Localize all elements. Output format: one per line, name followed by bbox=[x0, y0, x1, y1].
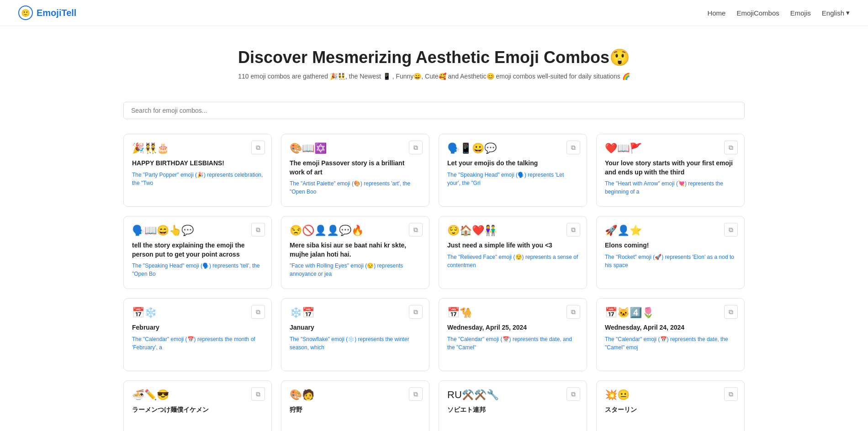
card: 📅❄️ ⧉ February The "Calendar" emoji (📅) … bbox=[123, 298, 272, 371]
chevron-down-icon: ▾ bbox=[846, 9, 850, 17]
card: ❤️📖🚩 ⧉ Your love story starts with your … bbox=[596, 134, 745, 207]
copy-button[interactable]: ⧉ bbox=[724, 305, 738, 319]
card: ❄️📅 ⧉ January The "Snowflake" emoji (❄️)… bbox=[281, 298, 429, 371]
page-title: Discover Mesmerizing Aesthetic Emoji Com… bbox=[9, 48, 859, 67]
card-description: "Face with Rolling Eyes" emoji (😒) repre… bbox=[290, 262, 421, 278]
nav-home[interactable]: Home bbox=[707, 9, 725, 17]
copy-button[interactable]: ⧉ bbox=[724, 387, 738, 401]
card-emojis: 🎉👯🎂 bbox=[132, 142, 263, 154]
card-emojis: RU⚒️⚒️🔧 bbox=[447, 389, 578, 401]
card-emojis: 🎨📖✡️ bbox=[290, 142, 421, 154]
card-title: Just need a simple life with you <3 bbox=[447, 241, 578, 250]
card-emojis: 🍜✏️😎 bbox=[132, 389, 263, 401]
card-title: HAPPY BIRTHDAY LESBIANS! bbox=[132, 159, 263, 168]
card-emojis: 🎨🧑 bbox=[290, 389, 421, 401]
navbar: 🙂 EmojiTell Home EmojiCombos Emojis Engl… bbox=[0, 0, 868, 26]
copy-icon: ⧉ bbox=[729, 144, 733, 152]
card: 🗣️📖😄👆💬 ⧉ tell the story explaining the e… bbox=[123, 216, 272, 289]
copy-button[interactable]: ⧉ bbox=[566, 141, 580, 154]
card: 🎨🧑 ⧉ 狩野 bbox=[281, 380, 429, 431]
logo-icon: 🙂 bbox=[18, 5, 33, 20]
card-title: Elons coming! bbox=[605, 241, 736, 250]
cards-grid: 🎉👯🎂 ⧉ HAPPY BIRTHDAY LESBIANS! The "Part… bbox=[114, 134, 754, 431]
copy-icon: ⧉ bbox=[571, 144, 576, 152]
copy-button[interactable]: ⧉ bbox=[251, 387, 265, 401]
card-title: February bbox=[132, 323, 263, 332]
card-description: The "Speaking Head" emoji (🗣️) represent… bbox=[447, 171, 578, 187]
card: 🎨📖✡️ ⧉ The emoji Passover story is a bri… bbox=[281, 134, 429, 207]
copy-icon: ⧉ bbox=[256, 226, 260, 234]
copy-icon: ⧉ bbox=[256, 390, 260, 398]
copy-icon: ⧉ bbox=[256, 144, 260, 152]
card-emojis: ❤️📖🚩 bbox=[605, 142, 736, 154]
card-title: Wednesday, April 24, 2024 bbox=[605, 323, 736, 332]
card-description: The "Artist Palette" emoji (🎨) represent… bbox=[290, 179, 421, 196]
card-description: The "Calendar" emoji (📅) represents the … bbox=[447, 335, 578, 352]
card-description: The "Speaking Head" emoji (🗣️) represent… bbox=[132, 262, 263, 278]
copy-icon: ⧉ bbox=[571, 226, 576, 234]
copy-icon: ⧉ bbox=[729, 390, 733, 398]
copy-button[interactable]: ⧉ bbox=[251, 305, 265, 319]
copy-icon: ⧉ bbox=[571, 308, 576, 316]
card-description: The "Heart with Arrow" emoji (💘) represe… bbox=[605, 179, 736, 196]
copy-button[interactable]: ⧉ bbox=[409, 387, 423, 401]
nav-emojis[interactable]: Emojis bbox=[790, 9, 811, 17]
card-title: ラーメンつけ麺僕イケメン bbox=[132, 405, 263, 415]
copy-button[interactable]: ⧉ bbox=[566, 305, 580, 319]
copy-icon: ⧉ bbox=[256, 308, 260, 316]
card-emojis: 📅🐱4️⃣🌷 bbox=[605, 307, 736, 319]
copy-button[interactable]: ⧉ bbox=[724, 141, 738, 154]
card-title: January bbox=[290, 323, 421, 332]
copy-icon: ⧉ bbox=[413, 144, 418, 152]
copy-icon: ⧉ bbox=[729, 308, 733, 316]
card-title: Let your emojis do the talking bbox=[447, 159, 578, 168]
card-description: The "Calendar" emoji (📅) represents the … bbox=[605, 335, 736, 352]
card-emojis: 😌🏠❤️👫 bbox=[447, 225, 578, 237]
card-title: スターリン bbox=[605, 405, 736, 415]
card-emojis: 💥😐 bbox=[605, 389, 736, 401]
card: 😌🏠❤️👫 ⧉ Just need a simple life with you… bbox=[439, 216, 587, 289]
card-emojis: ❄️📅 bbox=[290, 307, 421, 319]
card-title: Wednesday, April 25, 2024 bbox=[447, 323, 578, 332]
card: 😒🚫👤👤💬🔥 ⧉ Mere siba kisi aur se baat nahi… bbox=[281, 216, 429, 289]
copy-button[interactable]: ⧉ bbox=[409, 141, 423, 154]
search-bar bbox=[114, 102, 754, 119]
copy-icon: ⧉ bbox=[413, 226, 418, 234]
copy-button[interactable]: ⧉ bbox=[409, 305, 423, 319]
card-title: 狩野 bbox=[290, 405, 421, 415]
card: 💥😐 ⧉ スターリン bbox=[596, 380, 745, 431]
copy-button[interactable]: ⧉ bbox=[566, 387, 580, 401]
card-title: The emoji Passover story is a brilliant … bbox=[290, 159, 421, 177]
language-selector[interactable]: English ▾ bbox=[822, 9, 850, 17]
nav-links: Home EmojiCombos Emojis English ▾ bbox=[707, 9, 850, 17]
copy-button[interactable]: ⧉ bbox=[251, 223, 265, 237]
logo-link[interactable]: 🙂 EmojiTell bbox=[18, 5, 76, 20]
copy-button[interactable]: ⧉ bbox=[566, 223, 580, 237]
search-input[interactable] bbox=[123, 102, 745, 119]
copy-icon: ⧉ bbox=[413, 390, 418, 398]
card-emojis: 😒🚫👤👤💬🔥 bbox=[290, 225, 421, 237]
card-emojis: 🚀👤⭐ bbox=[605, 225, 736, 237]
card-title: Mere siba kisi aur se baat nahi kr skte,… bbox=[290, 241, 421, 259]
copy-icon: ⧉ bbox=[729, 226, 733, 234]
card: 📅🐱4️⃣🌷 ⧉ Wednesday, April 24, 2024 The "… bbox=[596, 298, 745, 371]
hero-subtitle: 110 emoji combos are gathered 🎉👯, the Ne… bbox=[9, 73, 859, 80]
card-emojis: 🗣️📱😀💬 bbox=[447, 142, 578, 154]
copy-button[interactable]: ⧉ bbox=[724, 223, 738, 237]
card: 🍜✏️😎 ⧉ ラーメンつけ麺僕イケメン bbox=[123, 380, 272, 431]
card-title: Your love story starts with your first e… bbox=[605, 159, 736, 177]
card: RU⚒️⚒️🔧 ⧉ ソビエト連邦 bbox=[439, 380, 587, 431]
nav-emoji-combos[interactable]: EmojiCombos bbox=[736, 9, 779, 17]
copy-button[interactable]: ⧉ bbox=[409, 223, 423, 237]
copy-icon: ⧉ bbox=[413, 308, 418, 316]
card-description: The "Party Popper" emoji (🎉) represents … bbox=[132, 171, 263, 187]
card-title: ソビエト連邦 bbox=[447, 405, 578, 415]
card: 🚀👤⭐ ⧉ Elons coming! The "Rocket" emoji (… bbox=[596, 216, 745, 289]
copy-button[interactable]: ⧉ bbox=[251, 141, 265, 154]
logo-text: EmojiTell bbox=[37, 8, 76, 18]
card-description: The "Rocket" emoji (🚀) represents 'Elon'… bbox=[605, 253, 736, 269]
card-description: The "Calendar" emoji (📅) represents the … bbox=[132, 335, 263, 352]
card-emojis: 🗣️📖😄👆💬 bbox=[132, 225, 263, 237]
hero-section: Discover Mesmerizing Aesthetic Emoji Com… bbox=[0, 26, 868, 102]
card: 📅🐪 ⧉ Wednesday, April 25, 2024 The "Cale… bbox=[439, 298, 587, 371]
